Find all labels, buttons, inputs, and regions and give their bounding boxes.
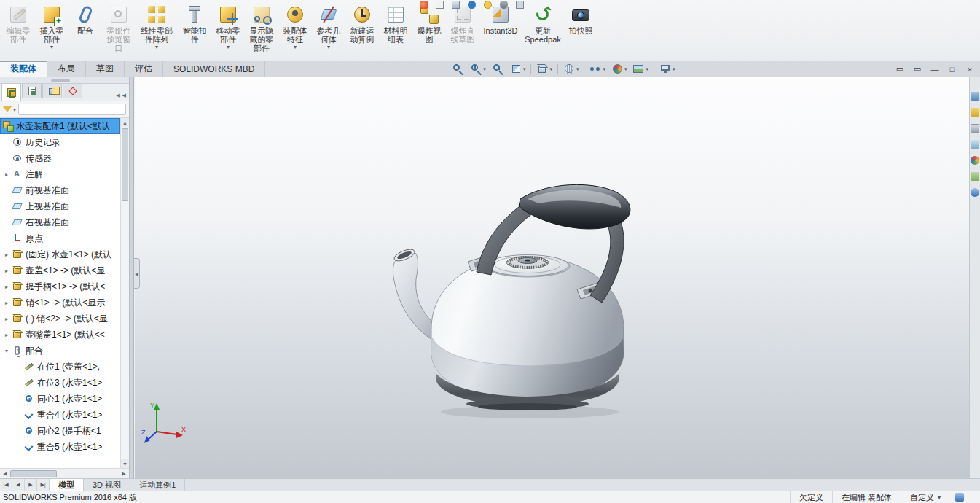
kettle-3d-model[interactable] [358, 164, 665, 426]
new-motion-study-button[interactable]: 新建运 动算例 [345, 2, 379, 58]
status-custom[interactable]: 自定义 [901, 491, 949, 503]
scroll-down-icon[interactable]: ▼ [121, 459, 129, 468]
tree-item-right-plane[interactable]: 右视基准面 [0, 214, 120, 230]
close-button[interactable]: × [962, 63, 978, 76]
exploded-view-button[interactable]: 爆炸视 图 [412, 2, 446, 58]
minimize-button[interactable]: — [927, 63, 943, 76]
screen-capture-icon[interactable] [436, 1, 444, 9]
status-editing-assembly[interactable]: 在编辑 装配体 [832, 491, 901, 503]
tree-item-pin1[interactable]: ▸ 销<1> -> (默认<显示 [0, 295, 120, 311]
view-palette-icon[interactable] [971, 140, 979, 149]
reference-geometry-button[interactable]: 参考几 何体 [312, 2, 345, 58]
tree-item-sensors[interactable]: 传感器 [0, 150, 120, 166]
panel-tabs-scroll-left-button[interactable]: ◀ [116, 93, 119, 98]
tree-item-annotations[interactable]: ▸ 注解 [0, 166, 120, 182]
move-component-button[interactable]: 移动零 部件 [211, 2, 245, 58]
panel-collapse-tab[interactable]: ◀ [134, 258, 140, 289]
expand-arrow-icon[interactable]: ▸ [1, 284, 12, 290]
assembly-features-button[interactable]: 装配体 特征 [278, 2, 312, 58]
tree-filter-input[interactable] [18, 104, 126, 115]
component-preview-window-button[interactable]: 零部件 预览窗 口 [102, 2, 136, 58]
solidworks-logo-icon[interactable] [420, 1, 428, 9]
tab-evaluate[interactable]: 评估 [125, 61, 163, 77]
graphics-viewport[interactable]: Y X Z [135, 77, 969, 478]
tree-horizontal-scrollbar[interactable]: ◀ ▶ [0, 468, 129, 478]
mate-button[interactable]: 配合 [68, 2, 102, 58]
doc-tab-model[interactable]: 模型 [50, 479, 84, 491]
view-settings-button[interactable] [656, 62, 678, 76]
scroll-right-icon[interactable]: ▶ [119, 471, 129, 477]
first-tab-button[interactable]: |◀ [0, 479, 12, 491]
dimxpertmanager-tab[interactable] [63, 83, 82, 98]
tree-item-history[interactable]: 历史记录 [0, 134, 120, 150]
tree-item-assembly-root[interactable]: 水壶装配体1 (默认<默认 [0, 118, 120, 134]
tree-item-coincident5[interactable]: 重合5 (水壶1<1> [0, 439, 120, 455]
tree-item-spout-cap[interactable]: ▸ 壶嘴盖1<1> (默认<< [0, 327, 120, 343]
expand-arrow-icon[interactable]: ▸ [1, 268, 12, 274]
expand-arrow-icon[interactable]: ▸ [1, 252, 12, 258]
tree-item-inplace3[interactable]: 在位3 (水壶1<1> [0, 375, 120, 391]
expand-arrow-icon[interactable]: ▸ [1, 332, 12, 338]
bill-of-materials-button[interactable]: 材料明 细表 [379, 2, 412, 58]
resources-icon[interactable] [971, 92, 979, 101]
tree-item-inplace1[interactable]: 在位1 (壶盖<1>, [0, 359, 120, 375]
options-icon[interactable] [452, 1, 460, 9]
propertymanager-tab[interactable] [22, 83, 42, 98]
next-tab-button[interactable]: ▶ [25, 479, 37, 491]
previous-view-button[interactable] [489, 62, 507, 76]
doc-tab-3d-views[interactable]: 3D 视图 [84, 479, 130, 491]
featuremanager-tab[interactable] [1, 83, 21, 101]
solidworks-forum-icon[interactable] [971, 188, 979, 197]
tab-sketch[interactable]: 草图 [86, 61, 125, 77]
prev-tab-button[interactable]: ◀ [12, 479, 25, 491]
zoom-to-area-button[interactable] [467, 62, 489, 76]
smart-fasteners-button[interactable]: 智能扣 件 [178, 2, 211, 58]
tree-item-pin2[interactable]: ▸ (-) 销<2> -> (默认<显 [0, 311, 120, 327]
edit-appearance-button[interactable] [608, 62, 630, 76]
instant3d-button[interactable]: Instant3D [479, 2, 522, 58]
tree-item-concentric1[interactable]: 同心1 (水壶1<1> [0, 391, 120, 407]
update-speedpak-button[interactable]: 更新 Speedpak [522, 2, 564, 58]
pane-toggle-left-button[interactable]: ▭ [892, 63, 908, 76]
tree-item-handle[interactable]: ▸ 提手柄<1> -> (默认< [0, 278, 120, 295]
feedback-smiley-icon[interactable] [484, 1, 492, 9]
zoom-to-fit-button[interactable] [449, 62, 467, 76]
view-orientation-button[interactable] [533, 62, 555, 76]
show-hidden-components-button[interactable]: 显示隐 藏的零 部件 [245, 2, 278, 58]
scroll-up-icon[interactable]: ▲ [121, 118, 129, 127]
doc-tab-motion-study[interactable]: 运动算例1 [130, 479, 185, 491]
expand-arrow-icon[interactable]: ▸ [1, 300, 12, 306]
tab-layout[interactable]: 布局 [47, 61, 86, 77]
tree-item-front-plane[interactable]: 前视基准面 [0, 182, 120, 198]
expand-arrow-icon[interactable]: ▸ [1, 171, 12, 178]
status-under-defined[interactable]: 欠定义 [790, 491, 832, 503]
scroll-thumb-horizontal[interactable] [10, 470, 57, 477]
tree-item-origin[interactable]: 原点 [0, 230, 120, 246]
tree-item-lid[interactable]: ▸ 壶盖<1> -> (默认<显 [0, 262, 120, 278]
panel-drag-handle[interactable] [0, 77, 129, 84]
display-style-button[interactable] [560, 62, 582, 76]
file-explorer-icon[interactable] [971, 124, 979, 133]
explode-line-sketch-button[interactable]: 爆炸直 线草图 [446, 2, 479, 58]
filter-dropdown[interactable] [3, 106, 16, 113]
apply-scene-button[interactable] [630, 62, 651, 76]
edit-component-button[interactable]: 编辑零 部件 [1, 2, 35, 58]
restore-button[interactable]: □ [944, 63, 960, 76]
last-tab-button[interactable]: ▶| [37, 479, 50, 491]
hide-show-items-button[interactable] [587, 62, 608, 76]
pane-toggle-right-button[interactable]: ▭ [909, 63, 925, 76]
custom-properties-icon[interactable] [971, 172, 979, 181]
tree-item-coincident4[interactable]: 重合4 (水壶1<1> [0, 407, 120, 423]
tree-vertical-scrollbar[interactable]: ▲ ▼ [120, 118, 129, 468]
expand-arrow-icon[interactable]: ▸ [1, 316, 12, 322]
appearances-scenes-icon[interactable] [971, 156, 979, 165]
window-icon[interactable] [516, 1, 524, 9]
panel-tabs-scroll-right-button[interactable]: ◀ [122, 93, 126, 98]
tree-item-concentric2[interactable]: 同心2 (提手柄<1 [0, 423, 120, 439]
microphone-icon[interactable] [500, 1, 508, 9]
help-icon[interactable] [468, 1, 476, 9]
section-view-button[interactable] [507, 62, 529, 76]
tab-assembly[interactable]: 装配体 [0, 61, 47, 77]
insert-components-button[interactable]: 插入零 部件 [35, 2, 68, 58]
design-library-icon[interactable] [971, 108, 979, 117]
